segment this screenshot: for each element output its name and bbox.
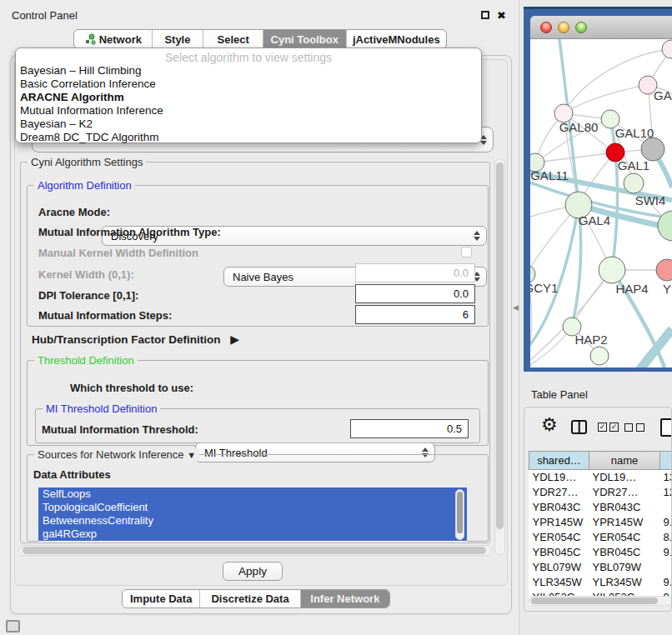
float-panel-icon[interactable] (481, 11, 489, 19)
network-edge[interactable] (636, 329, 672, 368)
network-window-titlebar[interactable] (530, 16, 672, 39)
network-node[interactable] (662, 40, 672, 58)
table-cell[interactable]: 9. (660, 545, 672, 560)
table-cell[interactable]: YLR345W (589, 575, 660, 590)
algorithm-option-dream8-dc-tdc-algorithm[interactable]: Dream8 DC_TDC Algorithm (16, 131, 481, 144)
settings-horizontal-scrollbar-thumb[interactable] (23, 547, 486, 554)
tab-style[interactable]: Style (153, 30, 204, 48)
settings-horizontal-scrollbar[interactable] (18, 545, 492, 556)
data-attributes-list[interactable]: SelfLoopsTopologicalCoefficientBetweenne… (38, 488, 467, 542)
table-cell[interactable]: YBR045C (589, 545, 660, 560)
dpi-tolerance-label: DPI Tolerance [0,1]: (38, 289, 138, 302)
algorithm-option-aracne-algorithm[interactable]: ARACNE Algorithm (16, 91, 481, 104)
settings-vertical-scrollbar-thumb[interactable] (496, 162, 504, 529)
close-window-icon[interactable] (540, 22, 552, 33)
column-header-shared-[interactable]: shared… (529, 452, 589, 470)
gear-icon[interactable]: ⚙ (541, 416, 558, 434)
apply-button[interactable]: Apply (223, 562, 283, 581)
table-cell[interactable]: YBR045C (529, 545, 589, 560)
select-all-checks-icon2[interactable]: ✓ (609, 422, 619, 432)
mi-type-label: Mutual Information Algorithm Type: (38, 226, 221, 238)
table-cell[interactable]: YDR27… (589, 485, 660, 500)
zoom-window-icon[interactable] (575, 22, 587, 33)
mi-type-value: Naive Bayes (233, 271, 293, 283)
algorithm-option-bayesian-k2[interactable]: Bayesian – K2 (16, 118, 481, 131)
collapse-down-icon[interactable]: ▼ (187, 450, 196, 460)
close-panel-icon[interactable]: ✖ (497, 10, 506, 21)
tab-select[interactable]: Select (203, 30, 263, 48)
deselect-all-icon[interactable] (624, 423, 633, 432)
table-cell[interactable]: 8. (660, 530, 672, 545)
column-header-name[interactable]: name (589, 452, 660, 470)
tab-cyni-toolbox[interactable]: Cyni Toolbox (263, 30, 347, 48)
table-cell[interactable]: 12 (660, 485, 672, 500)
table-cell[interactable] (660, 560, 672, 575)
attribute-list-scrollbar[interactable] (455, 489, 464, 540)
deselect-all-icon2[interactable] (636, 423, 644, 432)
network-node-swi4[interactable] (624, 173, 644, 193)
tab-label: Network (99, 33, 142, 46)
columns-icon[interactable] (571, 420, 587, 434)
network-node-y[interactable] (656, 259, 672, 281)
tab-label: Cyni Toolbox (271, 33, 339, 46)
column-header-a[interactable]: A (660, 452, 672, 470)
attribute-item-topologicalcoefficient[interactable]: TopologicalCoefficient (38, 501, 467, 514)
algorithm-option-basic-correlation-inference[interactable]: Basic Correlation Inference (16, 78, 481, 91)
network-edge[interactable] (564, 85, 648, 113)
network-canvas[interactable]: GALGAL80GAL10GAL1GAL11SWI4GAL4GCY1HAP4YH… (530, 39, 672, 368)
table-horizontal-scrollbar-thumb[interactable] (531, 598, 658, 604)
table-cell[interactable]: YER054C (589, 530, 660, 545)
minimized-panel-icon[interactable] (6, 620, 20, 632)
settings-vertical-scrollbar[interactable] (494, 158, 505, 555)
table-cell[interactable]: YDR27… (529, 485, 589, 500)
table-cell[interactable]: 9. (660, 515, 672, 530)
table-cell[interactable]: YPR145W (589, 515, 660, 530)
table-cell[interactable]: YBR043C (529, 500, 589, 515)
dpi-tolerance-field[interactable] (355, 284, 475, 303)
table-toolbar: ⚙ ✓ ✓ (524, 408, 672, 448)
document-icon[interactable] (660, 418, 672, 437)
panel-splitter-arrow-icon[interactable]: ◀ (513, 303, 519, 312)
tab-network[interactable]: Network (74, 30, 153, 48)
attribute-item-betweennesscentrality[interactable]: BetweennessCentrality (38, 514, 467, 528)
table-row: YDR27…YDR27…12 (529, 485, 672, 500)
tab-jactivemnodules[interactable]: jActiveMNodules (347, 30, 446, 48)
table-row: YBL079WYBL079W (529, 560, 672, 575)
table-cell[interactable]: YER054C (529, 530, 589, 545)
expand-right-icon[interactable]: ▶ (230, 332, 239, 346)
attribute-item-selfloops[interactable]: SelfLoops (38, 488, 467, 501)
node-label-gal4: GAL4 (579, 213, 610, 228)
table-cell[interactable] (660, 500, 672, 515)
network-edge[interactable] (610, 119, 618, 270)
algorithm-option-bayesian-hill-climbing[interactable]: Bayesian – Hill Climbing (16, 64, 481, 78)
tab-infer-network[interactable]: Infer Network (301, 590, 389, 608)
tab-discretize-data[interactable]: Discretize Data (200, 590, 300, 608)
sources-title-text: Sources for Network Inference (38, 448, 184, 461)
tab-impute-data[interactable]: Impute Data (123, 590, 200, 608)
algorithm-option-mutual-information-inference[interactable]: Mutual Information Inference (16, 104, 481, 118)
mi-steps-field[interactable] (355, 305, 475, 324)
table-cell[interactable]: YLR345W (529, 575, 589, 590)
table-cell[interactable]: YPR145W (529, 515, 589, 530)
table-cell[interactable]: YDL19… (529, 470, 589, 485)
table-cell[interactable]: YBL079W (589, 560, 660, 575)
tab-label: Infer Network (310, 592, 379, 605)
table-cell[interactable]: 13 (660, 470, 672, 485)
select-all-checks-icon[interactable]: ✓ (598, 422, 607, 432)
tab-label: Impute Data (130, 592, 192, 605)
control-panel-tabbar: NetworkStyleSelectCyni ToolboxjActiveMNo… (73, 29, 447, 49)
network-node[interactable] (590, 347, 609, 365)
attribute-list-scrollbar-thumb[interactable] (457, 492, 463, 533)
table-cell[interactable]: 9. (660, 575, 672, 590)
table-cell[interactable]: YBL079W (529, 560, 589, 575)
hub-definition-expander[interactable]: Hub/Transcription Factor Definition ▶ (32, 332, 239, 346)
table-horizontal-scrollbar[interactable] (529, 596, 672, 606)
attribute-item-gal4rgexp[interactable]: gal4RGexp (38, 528, 467, 541)
table-cell[interactable]: YBR043C (589, 500, 660, 515)
network-node[interactable] (641, 138, 664, 161)
minimize-window-icon[interactable] (558, 22, 569, 33)
network-node-hap4[interactable] (599, 257, 625, 283)
table-cell[interactable]: YDL19… (589, 470, 660, 485)
control-panel-title: Control Panel (12, 9, 78, 22)
mi-threshold-field[interactable] (350, 419, 469, 438)
